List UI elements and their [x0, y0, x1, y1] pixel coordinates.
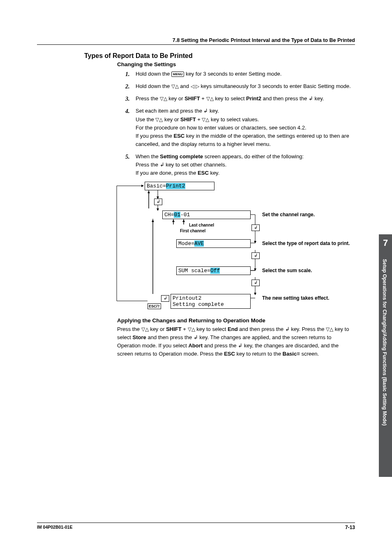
- page-header: 7.8 Setting the Periodic Printout Interv…: [37, 37, 355, 45]
- doc-id: IM 04P02B01-01E: [37, 525, 72, 530]
- enter-icon: ↲: [203, 108, 208, 114]
- menu-flow-diagram: Basic=Print2 ↲ CH=01-01 Last channel Fir…: [108, 182, 351, 309]
- enter-icon: ↲: [251, 280, 260, 286]
- down-up-icon: ▽△: [188, 326, 195, 332]
- header-text: 7.8 Setting the Periodic Printout Interv…: [173, 37, 355, 43]
- applying-title: Applying the Changes and Returning to Op…: [117, 317, 355, 324]
- down-up-icon: ▽△: [206, 96, 214, 102]
- down-up-icon: ▽△: [160, 96, 167, 102]
- step-5: 5. When the Setting complete screen appe…: [125, 153, 355, 177]
- page-footer: IM 04P02B01-01E 7-13: [37, 523, 355, 530]
- first-channel-label: First channel: [180, 229, 205, 233]
- section-title: Types of Report Data to Be Printed: [84, 52, 355, 60]
- step-3: 3. Press the ▽△ key or SHIFT + ▽△ key to…: [125, 95, 355, 103]
- chapter-tab: 7 Setup Operations for Changing/Adding F…: [379, 234, 392, 477]
- esc-key-label: ESC/?: [148, 303, 161, 309]
- steps-list: 1. Hold down the MENU key for 3 seconds …: [125, 70, 355, 178]
- menu-key-icon: MENU: [171, 72, 184, 77]
- step-1: 1. Hold down the MENU key for 3 seconds …: [125, 70, 355, 78]
- ch-desc: Set the channel range.: [262, 212, 315, 217]
- left-right-icon: ◁ ▷: [191, 83, 199, 89]
- done-desc: The new setting takes effect.: [262, 295, 329, 301]
- down-up-icon: ▽△: [326, 326, 333, 332]
- down-up-icon: ▽△: [155, 117, 163, 123]
- applying-body: Press the ▽△ key or SHIFT + ▽△ key to se…: [117, 325, 355, 358]
- enter-icon: ↲: [154, 199, 162, 205]
- enter-icon: ↲: [309, 95, 313, 102]
- enter-icon: ↲: [161, 295, 169, 302]
- subsection-changing: Changing the Settings: [117, 61, 355, 67]
- enter-icon: ↲: [238, 342, 242, 349]
- enter-icon: ↲: [194, 334, 198, 340]
- sum-box: SUM scale=Off: [176, 266, 251, 275]
- down-up-icon: ▽△: [202, 117, 209, 123]
- enter-icon: ↲: [160, 162, 164, 168]
- enter-icon: ↲: [285, 326, 290, 332]
- last-channel-label: Last channel: [189, 223, 214, 227]
- step-2: 2. Hold down the ▽△ and ◁ ▷ keys simulta…: [125, 82, 355, 90]
- ch-box: CH=01-01: [162, 210, 251, 219]
- mode-desc: Select the type of report data to print.: [262, 240, 350, 246]
- sum-desc: Select the sum scale.: [262, 268, 312, 273]
- enter-icon: ↲: [251, 224, 260, 231]
- down-up-icon: ▽△: [171, 83, 179, 89]
- page-number: 7-13: [345, 525, 355, 530]
- mode-box: Mode=AVE: [176, 239, 251, 248]
- step-4: 4. Set each item and press the ↲ key. Us…: [125, 107, 355, 148]
- basic-box: Basic=Print2: [145, 182, 214, 190]
- printout-box: Printout2 Setting complete: [171, 294, 251, 309]
- down-up-icon: ▽△: [141, 326, 149, 332]
- chapter-title-vertical: Setup Operations for Changing/Adding Fun…: [382, 259, 387, 426]
- enter-icon: ↲: [251, 252, 260, 259]
- chapter-number: 7: [379, 234, 392, 254]
